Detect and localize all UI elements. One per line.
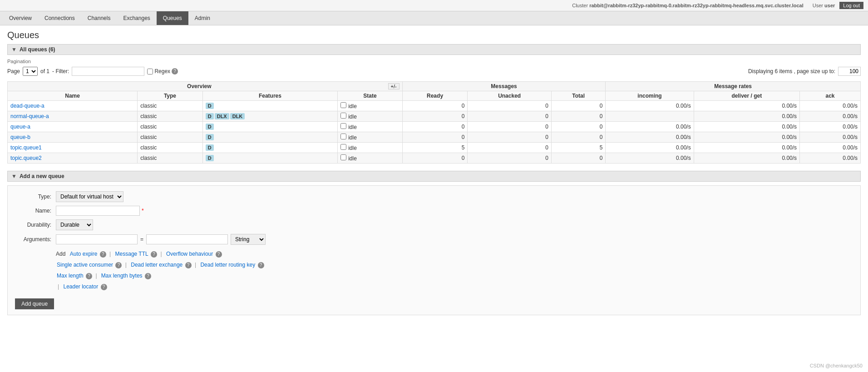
queue-features: D: [202, 101, 337, 111]
queue-features: D: [202, 132, 337, 143]
required-star: *: [142, 208, 144, 214]
page-size-input[interactable]: [838, 67, 861, 76]
queues-tbody: dead-queue-aclassicDidle0000.00/s0.00/s0…: [8, 101, 861, 164]
nav-overview[interactable]: Overview: [3, 11, 38, 25]
auto-expire-help[interactable]: ?: [100, 251, 106, 258]
queue-state: idle: [338, 143, 403, 153]
pagination-right: Displaying 6 items , page size up to:: [748, 67, 861, 76]
username: user: [824, 3, 835, 8]
max-length-help[interactable]: ?: [86, 273, 92, 279]
all-queues-section-header[interactable]: ▼ All queues (6): [7, 44, 861, 55]
queue-incoming: 0.00/s: [606, 132, 694, 143]
queue-type: classic: [138, 111, 203, 122]
message-ttl-help[interactable]: ?: [151, 251, 157, 258]
durability-select[interactable]: Durable Transient: [56, 219, 93, 230]
type-select[interactable]: Default for virtual host Classic Quorum …: [56, 191, 123, 202]
plus-minus-button[interactable]: +/-: [388, 83, 399, 89]
auto-expire-link[interactable]: Auto expire: [70, 251, 98, 257]
queue-unacked: 0: [468, 101, 552, 111]
table-row: queue-aclassicDidle0000.00/s0.00/s0.00/s: [8, 122, 861, 132]
overflow-behaviour-link[interactable]: Overflow behaviour: [166, 251, 213, 257]
add-queue-button[interactable]: Add queue: [15, 298, 54, 309]
regex-label: Regex ?: [147, 68, 178, 74]
add-queue-form: Type: Default for virtual host Classic Q…: [7, 185, 861, 315]
add-queue-label: Add a new queue: [20, 173, 64, 179]
queue-name-link[interactable]: normal-queue-a: [10, 113, 49, 119]
regex-checkbox[interactable]: [147, 69, 153, 74]
queue-name-link[interactable]: topic.queue2: [10, 155, 42, 161]
args-val-input[interactable]: [146, 234, 228, 244]
state-checkbox[interactable]: [340, 134, 346, 139]
queue-features: D: [202, 143, 337, 153]
queue-unacked: 0: [468, 122, 552, 132]
overflow-behaviour-help[interactable]: ?: [216, 251, 222, 258]
max-length-bytes-link[interactable]: Max length bytes: [101, 273, 143, 279]
queue-ready: 0: [402, 122, 468, 132]
displaying-label: Displaying 6 items , page size up to:: [748, 68, 835, 74]
pagination-section: Pagination Page 1 of 1 - Filter: Regex ?…: [7, 59, 861, 76]
page-select[interactable]: 1: [23, 67, 38, 76]
filter-label: - Filter:: [52, 68, 69, 74]
queue-ack: 0.00/s: [800, 111, 861, 122]
name-label: Name:: [15, 208, 56, 214]
queue-type: classic: [138, 101, 203, 111]
args-type-select[interactable]: String Number Boolean: [231, 234, 266, 245]
queue-name-link[interactable]: queue-b: [10, 134, 30, 140]
max-length-link[interactable]: Max length: [57, 273, 84, 279]
queue-state: idle: [338, 122, 403, 132]
dead-letter-routing-key-link[interactable]: Dead letter routing key: [200, 262, 255, 268]
leader-locator-help[interactable]: ?: [101, 284, 107, 290]
state-checkbox[interactable]: [340, 102, 346, 108]
queues-table: Overview +/- Messages Message rates Name…: [7, 81, 861, 164]
queue-unacked: 0: [468, 143, 552, 153]
col-total: Total: [551, 91, 605, 101]
args-key-input[interactable]: [56, 234, 138, 244]
message-ttl-link[interactable]: Message TTL: [115, 251, 148, 257]
nav-queues[interactable]: Queues: [157, 11, 188, 25]
durability-label: Durability:: [15, 222, 56, 228]
queue-total: 0: [551, 153, 605, 164]
queue-name-link[interactable]: queue-a: [10, 124, 30, 130]
queue-state: idle: [338, 111, 403, 122]
dead-letter-exchange-link[interactable]: Dead letter exchange: [131, 262, 182, 268]
type-label: Type:: [15, 193, 56, 200]
nav-channels[interactable]: Channels: [81, 11, 117, 25]
state-checkbox[interactable]: [340, 144, 346, 150]
single-active-consumer-help[interactable]: ?: [115, 262, 122, 268]
queue-name-link[interactable]: topic.queue1: [10, 144, 42, 151]
nav-admin[interactable]: Admin: [188, 11, 217, 25]
dead-letter-exchange-help[interactable]: ?: [185, 262, 192, 268]
logout-button[interactable]: Log out: [839, 2, 863, 9]
queue-deliverget: 0.00/s: [694, 153, 799, 164]
durability-row: Durability: Durable Transient: [15, 219, 853, 230]
nav-exchanges[interactable]: Exchanges: [117, 11, 156, 25]
pagination-left: Page 1 of 1 - Filter: Regex ?: [7, 67, 178, 76]
add-queue-section-header[interactable]: ▼ Add a new queue: [7, 171, 861, 182]
filter-input[interactable]: [72, 67, 144, 76]
queue-unacked: 0: [468, 132, 552, 143]
top-bar: Cluster rabbit@rabbitm-rz32yp-rabbitmq-0…: [0, 0, 868, 11]
state-checkbox[interactable]: [340, 113, 346, 119]
dead-letter-routing-key-help[interactable]: ?: [258, 262, 264, 268]
queue-state: idle: [338, 132, 403, 143]
max-length-bytes-help[interactable]: ?: [145, 273, 151, 279]
state-checkbox[interactable]: [340, 154, 346, 160]
queue-incoming: 0.00/s: [606, 122, 694, 132]
queue-ack: 0.00/s: [800, 132, 861, 143]
queue-name-link[interactable]: dead-queue-a: [10, 103, 44, 109]
queue-features: D: [202, 122, 337, 132]
nav-connections[interactable]: Connections: [38, 11, 81, 25]
type-row: Type: Default for virtual host Classic Q…: [15, 191, 853, 202]
name-input[interactable]: [56, 206, 140, 216]
user-label: User: [813, 3, 823, 8]
quick-args: Add Auto expire ? | Message TTL ? | Over…: [56, 248, 853, 292]
regex-text: Regex: [154, 68, 170, 74]
queue-total: 0: [551, 101, 605, 111]
page-content: Queues ▼ All queues (6) Pagination Page …: [0, 25, 868, 327]
leader-locator-link[interactable]: Leader locator: [63, 283, 98, 290]
state-checkbox[interactable]: [340, 123, 346, 129]
single-active-consumer-link[interactable]: Single active consumer: [57, 262, 113, 268]
regex-help-icon[interactable]: ?: [172, 68, 178, 74]
queue-incoming: 0.00/s: [606, 101, 694, 111]
page-title: Queues: [7, 30, 861, 40]
